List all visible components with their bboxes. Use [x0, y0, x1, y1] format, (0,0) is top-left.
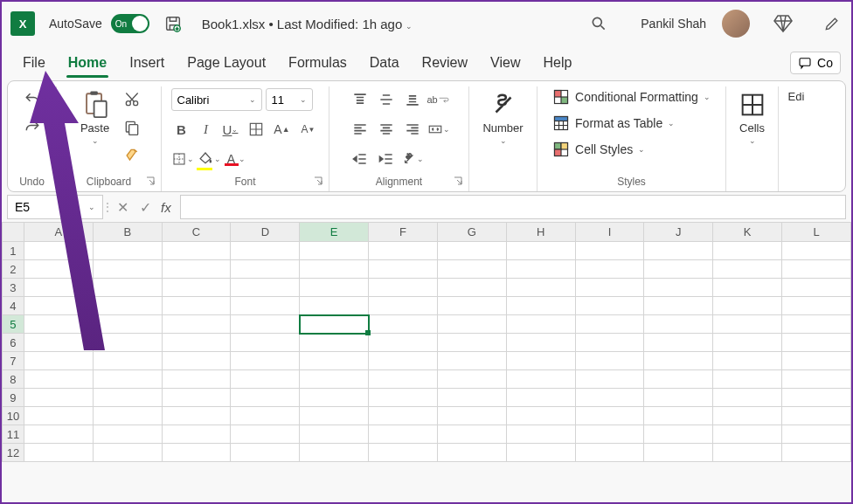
cell[interactable]	[437, 370, 506, 389]
row-header[interactable]: 2	[3, 260, 24, 279]
cell[interactable]	[782, 279, 851, 297]
cell[interactable]	[437, 279, 506, 297]
cell[interactable]	[300, 242, 369, 260]
tab-insert[interactable]: Insert	[119, 50, 175, 76]
cell[interactable]	[93, 425, 162, 444]
tab-data[interactable]: Data	[359, 50, 410, 76]
cell[interactable]	[162, 352, 231, 370]
cell[interactable]	[300, 407, 369, 425]
column-header[interactable]: L	[782, 223, 851, 242]
row-header[interactable]: 12	[3, 444, 24, 462]
cell[interactable]	[24, 444, 93, 462]
cell[interactable]	[24, 352, 93, 370]
cell[interactable]	[93, 444, 162, 462]
cell[interactable]	[231, 352, 300, 370]
cell[interactable]	[713, 352, 782, 370]
pen-icon[interactable]	[823, 15, 841, 32]
cell[interactable]	[437, 407, 506, 425]
cell[interactable]	[24, 407, 93, 425]
select-all-corner[interactable]	[3, 223, 24, 242]
row-header[interactable]: 5	[3, 315, 24, 334]
cell[interactable]	[300, 389, 369, 407]
cell[interactable]	[93, 334, 162, 352]
font-size-select[interactable]: 11⌄	[266, 88, 313, 111]
cell[interactable]	[575, 370, 644, 389]
cell[interactable]	[782, 334, 851, 352]
cell[interactable]	[713, 407, 782, 425]
cell[interactable]	[713, 444, 782, 462]
fill-color-button[interactable]: ⌄	[198, 148, 220, 170]
cell[interactable]	[300, 297, 369, 315]
column-header[interactable]: J	[644, 223, 713, 242]
cell[interactable]	[506, 260, 575, 279]
cell[interactable]	[24, 297, 93, 315]
cell[interactable]	[713, 370, 782, 389]
tab-view[interactable]: View	[480, 50, 531, 76]
row-header[interactable]: 1	[3, 242, 24, 260]
cell[interactable]	[93, 279, 162, 297]
cell[interactable]	[437, 242, 506, 260]
cell[interactable]	[644, 389, 713, 407]
cell[interactable]	[575, 242, 644, 260]
cell[interactable]	[644, 279, 713, 297]
cell[interactable]	[300, 370, 369, 389]
cell[interactable]	[713, 425, 782, 444]
column-header[interactable]: A	[24, 223, 93, 242]
format-as-table-button[interactable]: Format as Table⌄	[552, 113, 675, 134]
cell[interactable]	[575, 352, 644, 370]
row-header[interactable]: 11	[3, 425, 24, 444]
italic-button[interactable]: I	[196, 118, 217, 141]
cell[interactable]	[782, 242, 851, 260]
bold-button[interactable]: B	[171, 118, 192, 141]
cell[interactable]	[93, 352, 162, 370]
border-button[interactable]	[245, 118, 267, 141]
cell[interactable]	[782, 315, 851, 334]
cell[interactable]	[24, 370, 93, 389]
cell[interactable]	[231, 389, 300, 407]
comments-button[interactable]: Co	[790, 52, 841, 74]
dialog-launcher-icon[interactable]	[145, 176, 156, 186]
tab-file[interactable]: File	[12, 50, 56, 76]
cell[interactable]	[437, 315, 506, 334]
column-header[interactable]: D	[231, 223, 300, 242]
cell[interactable]	[437, 260, 506, 279]
conditional-formatting-button[interactable]: Conditional Formatting⌄	[552, 86, 711, 107]
cell[interactable]	[506, 352, 575, 370]
cell[interactable]	[575, 425, 644, 444]
cell[interactable]	[369, 260, 438, 279]
cell[interactable]	[300, 260, 369, 279]
cell[interactable]	[506, 334, 575, 352]
document-title[interactable]: Book1.xlsx • Last Modified: 1h ago ⌄	[202, 17, 413, 31]
cell[interactable]	[575, 279, 644, 297]
cell[interactable]	[231, 334, 300, 352]
cell[interactable]	[24, 389, 93, 407]
cell[interactable]	[93, 260, 162, 279]
font-color-button[interactable]: A⌄	[224, 148, 246, 170]
cell[interactable]	[782, 389, 851, 407]
cell[interactable]	[644, 334, 713, 352]
cell[interactable]	[575, 315, 644, 334]
cell[interactable]	[24, 334, 93, 352]
cell[interactable]	[506, 279, 575, 297]
cell[interactable]	[437, 297, 506, 315]
cell[interactable]	[369, 242, 438, 260]
cell[interactable]	[506, 242, 575, 260]
cell[interactable]	[644, 260, 713, 279]
tab-page-layout[interactable]: Page Layout	[177, 50, 276, 76]
row-header[interactable]: 9	[3, 389, 24, 407]
cell[interactable]	[162, 389, 231, 407]
cell[interactable]	[93, 242, 162, 260]
cell[interactable]	[644, 370, 713, 389]
tab-formulas[interactable]: Formulas	[278, 50, 357, 76]
save-icon[interactable]	[163, 14, 183, 33]
cell[interactable]	[93, 297, 162, 315]
cell[interactable]	[437, 389, 506, 407]
cell[interactable]	[506, 370, 575, 389]
paste-button[interactable]: Paste ⌄	[75, 86, 115, 148]
cell[interactable]	[300, 425, 369, 444]
cells-button[interactable]: Cells ⌄	[732, 86, 773, 148]
cell[interactable]	[713, 389, 782, 407]
row-header[interactable]: 8	[3, 370, 24, 389]
cell[interactable]	[506, 389, 575, 407]
column-header[interactable]: H	[506, 223, 575, 242]
